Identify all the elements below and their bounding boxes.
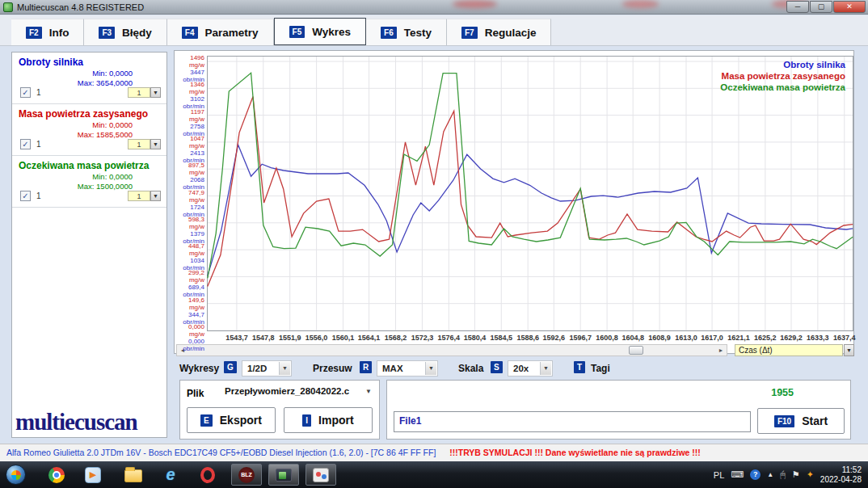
status-bar: Alfa Romeo Giulietta 2.0 JTDm 16V - Bosc… [0,444,868,461]
taskbar-clock[interactable]: 11:52 2022-04-28 [820,465,862,485]
wykresy-select[interactable]: 1/2D▼ [242,360,292,377]
y-label-mgw: 1197 mg/w [175,108,204,123]
import-button[interactable]: I Import [284,407,373,433]
wykresy-hotkey-badge: G [224,361,237,373]
tab-label: Błędy [122,27,152,39]
y-label-mgw: 747,9 mg/w [175,189,204,204]
chevron-down-icon[interactable]: ▼ [150,191,161,201]
file-name-input[interactable]: File1 [394,411,751,432]
window-title: Multiecuscan 4.8 REGISTERED [17,2,144,12]
chrome-icon [48,467,65,483]
window-buttons: ─ ▢ ✕ [786,1,866,13]
signal-sidebar: Obroty silnikaMin: 0,0000Max: 3654,0000✓… [11,52,167,438]
taskbar-chrome[interactable] [44,464,69,486]
time-scrollbar[interactable]: ◄ ► [176,344,727,356]
file-panel: Plik Przepływomierz_28042022.c▼ E Ekspor… [179,380,380,440]
signal-list: Obroty silnikaMin: 0,0000Max: 3654,0000✓… [12,53,166,208]
hotkey-badge: F5 [289,26,305,38]
taskbar-internet-explorer[interactable]: e [158,464,183,486]
legend-entry: Masa powietrza zasysanego [720,70,845,82]
sample-counter: 1955 [771,387,794,398]
close-button[interactable]: ✕ [833,1,866,13]
clock-date: 2022-04-28 [820,475,862,485]
y-axis-label: 448,7 mg/w1034 obr/min [175,242,204,271]
chevron-down-icon[interactable]: ▼ [150,139,161,149]
tab-regulacje[interactable]: F7Regulacje [447,19,551,45]
chart-controls: Wykresy G 1/2D▼ Przesuw R MAX▼ Skala S 2… [174,360,854,379]
tab-info[interactable]: F2Info [11,19,84,45]
taskbar-blz-app[interactable]: BLZ [231,464,262,486]
start-hotkey-badge: F10 [774,415,794,427]
tab-strip: F2InfoF3BłędyF4ParametryF5WykresF6TestyF… [0,15,868,46]
signal-checkbox[interactable]: ✓ [20,191,31,201]
chart-panel: Obroty silnikaMasa powietrza zasysanegoO… [174,50,854,354]
eksport-hotkey-badge: E [200,414,213,427]
keyboard-icon[interactable]: ⌨ [731,469,744,480]
skala-label: Skala [458,363,483,374]
help-icon[interactable]: ? [750,469,761,480]
time-scroll-row: ◄ ► Czas (Δt) ▼ [176,344,853,356]
minimize-button[interactable]: ─ [786,1,809,13]
import-hotkey-badge: I [302,414,311,427]
signal-name: Obroty silnika [19,57,160,68]
signal-card: Obroty silnikaMin: 0,0000Max: 3654,0000✓… [12,53,166,104]
taskbar-opera[interactable] [196,464,220,486]
chevron-down-icon[interactable]: ▼ [150,87,161,98]
system-tray: PL ⌨ ? ▲ 🖰 ⚑ ✦ 11:52 2022-04-28 [714,461,868,488]
tab-testy[interactable]: F6Testy [366,19,447,45]
power-plug-icon[interactable]: 🖰 [780,469,786,480]
plot-area[interactable] [207,56,853,331]
skala-select[interactable]: 20x▼ [508,360,553,377]
tab-wykres[interactable]: F5Wykres [274,18,366,45]
folder-icon [124,469,142,482]
file-select[interactable]: Przepływomierz_28042022.c▼ [225,386,372,401]
eksport-button[interactable]: E Eksport [187,407,276,433]
opera-icon [200,467,215,483]
y-axis-label: 897,5 mg/w2068 obr/min [175,162,204,191]
tagi-label[interactable]: Tagi [591,363,610,374]
action-center-flag-icon[interactable]: ⚑ [792,469,800,480]
maximize-button[interactable]: ▢ [810,1,832,13]
signal-min: Min: 0,0000 [78,172,133,182]
tab-błędy[interactable]: F3Błędy [84,19,166,45]
taskbar-explorer[interactable] [121,464,145,486]
language-indicator[interactable]: PL [714,470,724,480]
chevron-down-icon[interactable]: ▼ [540,362,551,375]
scroll-right-arrow-icon[interactable]: ► [716,346,726,355]
przesuw-select[interactable]: MAX▼ [377,360,438,377]
chart-svg [207,56,853,331]
signal-minmax: Min: 0,0000Max: 1500,0000 [78,172,133,191]
chevron-down-icon[interactable]: ▼ [425,362,436,375]
taskbar-multiecuscan[interactable] [268,464,299,486]
clock-time: 11:52 [820,465,862,475]
signal-scale-select[interactable]: 1▼ [128,139,150,149]
show-hidden-icons-arrow[interactable]: ▲ [767,471,773,478]
chevron-down-icon[interactable]: ▼ [365,388,372,395]
signal-scale-select[interactable]: 1▼ [128,87,150,98]
signal-name: Oczekiwana masa powietrza [19,160,160,171]
background-artifact [622,0,659,8]
media-player-icon: ▶ [85,467,101,483]
multiecuscan-logo: multiecuscan [15,409,137,435]
app-icon [3,2,13,12]
x-axis-mode-select[interactable]: Czas (Δt) [735,344,843,356]
signal-row: ✓11▼ [19,191,160,202]
signal-checkbox[interactable]: ✓ [20,87,31,98]
legend-entry: Oczekiwana masa powietrza [720,82,845,93]
signal-card: Masa powietrza zasysanegoMin: 0,0000Max:… [12,104,166,156]
tray-app-icon[interactable]: ✦ [807,469,814,480]
start-button[interactable]: F10 Start [757,408,845,434]
tagi-hotkey-badge: T [574,361,585,373]
scrollbar-thumb[interactable] [629,346,643,355]
start-button-orb[interactable] [6,465,26,485]
taskbar-media-player[interactable]: ▶ [81,464,105,486]
signal-scale-select[interactable]: 1▼ [128,191,150,201]
chevron-down-icon[interactable]: ▼ [279,362,290,375]
taskbar-paint[interactable] [305,464,336,486]
x-axis-mode-arrow-icon[interactable]: ▼ [844,344,854,356]
background-artifact [453,0,497,8]
signal-checkbox[interactable]: ✓ [20,139,31,149]
x-axis-tick-label: 1637,4 [828,334,861,342]
series-obroty-silnika [208,145,853,276]
tab-parametry[interactable]: F4Parametry [167,19,274,45]
